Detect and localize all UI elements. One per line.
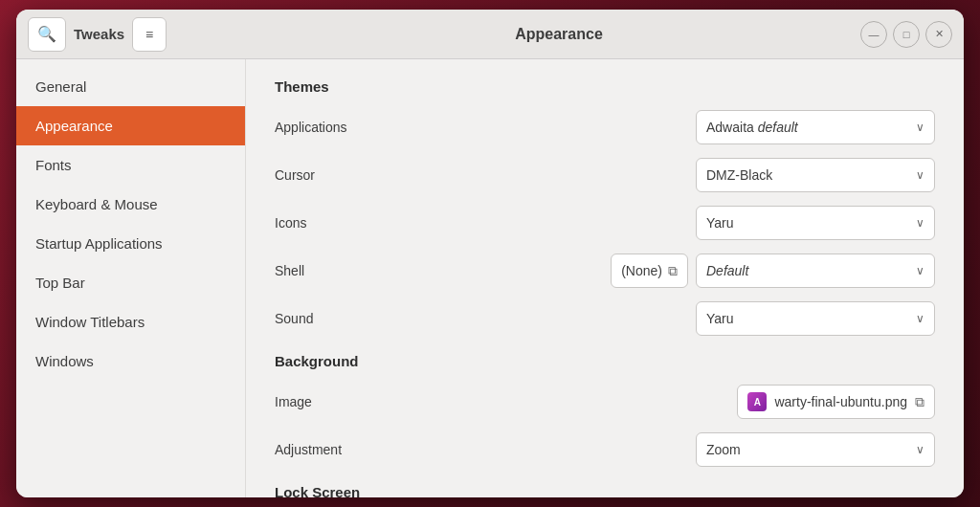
search-button[interactable]: 🔍 [28, 17, 66, 52]
sound-dropdown-arrow: ∨ [916, 312, 924, 325]
image-file-icon: A [747, 392, 767, 411]
applications-dropdown[interactable]: Adwaita default ∨ [696, 110, 935, 144]
titlebar-center: Appearance [257, 26, 860, 43]
sidebar-item-windows[interactable]: Windows [16, 342, 245, 381]
shell-copy-icon[interactable]: ⧉ [668, 263, 678, 279]
sidebar-item-general[interactable]: General [16, 67, 245, 106]
sidebar-item-top-bar[interactable]: Top Bar [16, 263, 245, 302]
applications-dropdown-value: Adwaita default [706, 120, 798, 135]
app-title: Tweaks [74, 26, 124, 42]
sound-dropdown[interactable]: Yaru ∨ [696, 301, 935, 336]
adjustment-dropdown-value: Zoom [706, 442, 741, 457]
minimize-icon: — [869, 29, 880, 40]
sidebar-item-startup-applications[interactable]: Startup Applications [16, 224, 245, 263]
sound-dropdown-value: Yaru [706, 311, 734, 326]
image-filename: warty-final-ubuntu.png [774, 394, 907, 409]
cursor-value: DMZ-Black ∨ [696, 158, 935, 192]
icons-dropdown[interactable]: Yaru ∨ [696, 206, 935, 240]
applications-label: Applications [275, 120, 466, 135]
sidebar: General Appearance Fonts Keyboard & Mous… [16, 59, 246, 497]
shell-dropdown-arrow: ∨ [916, 264, 924, 277]
sidebar-item-appearance[interactable]: Appearance [16, 106, 245, 145]
adjustment-dropdown-arrow: ∨ [916, 443, 924, 456]
minimize-button[interactable]: — [860, 21, 887, 48]
sound-row: Sound Yaru ∨ [275, 298, 935, 340]
shell-dropdown[interactable]: Default ∨ [696, 254, 935, 288]
page-title: Appearance [515, 26, 603, 43]
shell-none-text: (None) [621, 263, 662, 278]
maximize-button[interactable]: □ [893, 21, 920, 48]
image-label: Image [275, 394, 466, 409]
sidebar-item-keyboard-mouse[interactable]: Keyboard & Mouse [16, 185, 245, 224]
sound-label: Sound [275, 311, 466, 326]
shell-badge: (None) ⧉ [611, 254, 688, 288]
cursor-dropdown[interactable]: DMZ-Black ∨ [696, 158, 935, 192]
shell-row: Shell (None) ⧉ Default ∨ [275, 250, 935, 292]
icons-row: Icons Yaru ∨ [275, 202, 935, 244]
sidebar-item-window-titlebars[interactable]: Window Titlebars [16, 302, 245, 342]
main-content: Themes Applications Adwaita default ∨ Cu… [246, 59, 964, 497]
maximize-icon: □ [903, 29, 910, 40]
close-icon: ✕ [935, 28, 944, 40]
icons-label: Icons [275, 215, 466, 231]
titlebar-right: — □ ✕ [860, 21, 952, 48]
adjustment-label: Adjustment [275, 442, 466, 457]
sound-value: Yaru ∨ [696, 301, 935, 336]
adjustment-dropdown[interactable]: Zoom ∨ [696, 432, 935, 467]
titlebar: 🔍 Tweaks ≡ Appearance — □ ✕ [16, 10, 964, 59]
applications-row: Applications Adwaita default ∨ [275, 106, 935, 148]
menu-icon: ≡ [145, 27, 153, 42]
cursor-label: Cursor [275, 167, 466, 183]
shell-value: (None) ⧉ Default ∨ [611, 254, 935, 288]
image-file-display[interactable]: A warty-final-ubuntu.png ⧉ [737, 385, 935, 419]
close-button[interactable]: ✕ [925, 21, 952, 48]
icons-dropdown-arrow: ∨ [916, 216, 924, 230]
image-copy-icon[interactable]: ⧉ [915, 394, 924, 410]
background-section-title: Background [275, 353, 935, 369]
image-value: A warty-final-ubuntu.png ⧉ [737, 385, 935, 419]
adjustment-row: Adjustment Zoom ∨ [275, 429, 935, 471]
menu-button[interactable]: ≡ [132, 17, 167, 52]
applications-value: Adwaita default ∨ [696, 110, 935, 144]
adjustment-value: Zoom ∨ [696, 432, 935, 467]
titlebar-left: 🔍 Tweaks ≡ [28, 17, 257, 52]
app-window: 🔍 Tweaks ≡ Appearance — □ ✕ General [16, 10, 964, 497]
cursor-dropdown-arrow: ∨ [916, 168, 924, 182]
image-row: Image A warty-final-ubuntu.png ⧉ [275, 381, 935, 423]
applications-dropdown-arrow: ∨ [916, 121, 924, 134]
sidebar-item-fonts[interactable]: Fonts [16, 145, 245, 185]
cursor-row: Cursor DMZ-Black ∨ [275, 154, 935, 196]
themes-section-title: Themes [275, 78, 935, 95]
icons-value: Yaru ∨ [696, 206, 935, 240]
shell-dropdown-value: Default [706, 263, 748, 278]
icons-dropdown-value: Yaru [706, 215, 734, 231]
search-icon: 🔍 [37, 25, 56, 43]
lock-screen-section-title: Lock Screen [275, 484, 935, 497]
shell-label: Shell [275, 263, 466, 278]
content-area: General Appearance Fonts Keyboard & Mous… [16, 59, 964, 497]
cursor-dropdown-value: DMZ-Black [706, 167, 772, 183]
